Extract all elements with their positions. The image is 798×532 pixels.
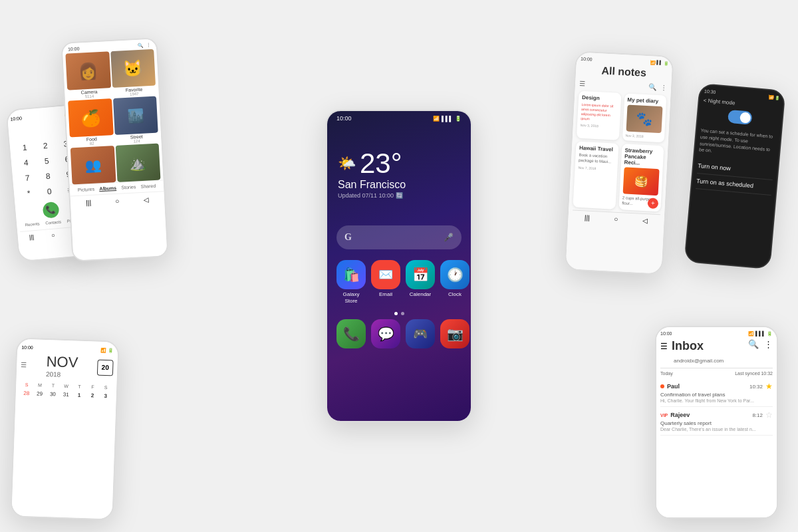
email-search-icon[interactable]: 🔍 <box>748 339 759 349</box>
note-card-pancake[interactable]: Strawberry Pancake Reci... 🥞 2 cups all-… <box>618 144 664 211</box>
cal-29[interactable]: 29 <box>33 388 46 399</box>
gallery-phone: 10:00 🔍 ⋮ 👩 Camera 5114 🐱 Favorite 1947 … <box>61 37 168 261</box>
email-paul-time: 10:32 <box>749 384 763 390</box>
dialer-key-8[interactable]: 8 <box>38 169 58 184</box>
notes-battery: 🔋 <box>664 61 668 65</box>
dialer-key-0[interactable]: 0 <box>39 184 59 199</box>
cal-30[interactable]: 30 <box>46 389 59 400</box>
email-item-paul[interactable]: Paul 10:32 ★ Confirmation of travel plan… <box>660 378 773 407</box>
notes-grid: Design Lorem ipsum dolor sit amet consec… <box>573 91 666 211</box>
app-galaxy-store[interactable]: 🛍️ Galaxy Store <box>336 260 366 304</box>
app-calendar[interactable]: 📅 Calendar <box>406 260 435 304</box>
notes-nav-back[interactable]: ◁ <box>642 217 648 224</box>
notes-search-icon[interactable]: 🔍 <box>648 83 657 91</box>
cal-1[interactable]: 1 <box>72 390 86 400</box>
night-battery: 🔋 <box>775 95 780 100</box>
weather-icon: 🌤️ <box>338 155 356 172</box>
gallery-item-favorite: 🐱 Favorite 1947 <box>110 49 156 97</box>
gallery-search-icon[interactable]: 🔍 <box>138 43 144 49</box>
notes-menu-icon[interactable]: ☰ <box>579 80 586 87</box>
notes-signal: ▌▌ <box>656 61 662 65</box>
calendar-phone: 10:00 📶 🔋 ☰ NOV 2018 20 S M T W T F S 28… <box>10 337 119 520</box>
cal-menu-icon[interactable]: ☰ <box>21 361 27 368</box>
gallery-bottom-home[interactable]: ||| <box>86 199 91 206</box>
dot-2 <box>401 312 404 315</box>
dialer-key-2[interactable]: 2 <box>35 138 55 153</box>
dialer-key-5[interactable]: 5 <box>37 154 57 168</box>
dialer-key-7[interactable]: 7 <box>17 171 37 186</box>
note-card-pet[interactable]: My pet diary 🐾 Nov 3, 2018 <box>622 93 666 142</box>
cal-year: 2018 <box>46 370 78 379</box>
notes-nav-home[interactable]: ||| <box>585 213 590 221</box>
notes-bottom-nav: ||| ○ ◁ <box>572 209 660 225</box>
night-description: You can set a schedule for when to use n… <box>699 127 777 160</box>
call-button[interactable]: 📞 <box>43 201 60 219</box>
email-paul-star[interactable]: ★ <box>765 382 773 391</box>
email-paul-sender: Paul <box>660 383 680 390</box>
gallery-bottom-back[interactable]: ◁ <box>143 196 149 203</box>
dialer-time: 10:00 <box>10 116 22 122</box>
gallery-nav-stories[interactable]: Stories <box>121 184 136 190</box>
gallery-nav-shared[interactable]: Shared <box>140 184 156 190</box>
notes-more-icon[interactable]: ⋮ <box>660 84 668 92</box>
note-card-hawaii[interactable]: Hawaii Travel Book a vacation package to… <box>573 142 618 209</box>
email-more-icon[interactable]: ⋮ <box>764 339 773 349</box>
signal-icon: ▌▌▌ <box>442 116 453 122</box>
night-wifi: 📶 <box>769 94 774 100</box>
gallery-bottom-circle[interactable]: ○ <box>115 198 120 205</box>
email-hamburger-icon[interactable]: ☰ <box>660 342 668 351</box>
dialer-key-1[interactable]: 1 <box>15 140 35 155</box>
cal-2[interactable]: 2 <box>86 390 99 401</box>
gallery-nav-pictures[interactable]: Pictures <box>78 187 95 193</box>
email-inbox-info: ☰ Inbox androidx@gmail.com <box>660 339 724 365</box>
app-clock[interactable]: 🕐 Clock <box>440 260 469 304</box>
dialer-contacts[interactable]: Contacts <box>45 220 61 225</box>
gallery-time: 10:00 <box>68 47 80 53</box>
clock-icon: 🕐 <box>440 260 469 289</box>
note-pancake-image: 🥞 <box>622 167 660 196</box>
email-signal: ▌▌▌ <box>755 331 765 336</box>
gallery-nav-albums[interactable]: Albums <box>99 186 116 192</box>
gallery-item-camera: 👩 Camera 5114 <box>65 51 111 99</box>
night-toggle-switch[interactable] <box>728 110 753 125</box>
notes-nav-circle[interactable]: ○ <box>614 215 618 222</box>
night-mode-phone: 10:30 📶 🔋 < Night mode You can set a sch… <box>684 83 785 269</box>
cal-month: NOV <box>46 353 78 372</box>
cal-31[interactable]: 31 <box>59 390 72 400</box>
note-hawaii-text: Book a vacation package to Maui... <box>579 153 614 165</box>
app-messages[interactable]: 💬 <box>371 319 400 348</box>
app-email[interactable]: ✉️ Email <box>371 260 400 304</box>
notes-wifi: 📶 <box>650 60 655 65</box>
dialer-key-star[interactable]: * <box>19 186 39 200</box>
dialer-nav-back[interactable]: ○ <box>51 231 55 238</box>
app-phone[interactable]: 📞 <box>336 319 366 348</box>
email-time: 10:00 <box>660 331 672 336</box>
email-icon: ✉️ <box>371 260 400 289</box>
email-item-rajeev[interactable]: VIP Rajeev 8:12 ☆ Quarterly sales report… <box>660 407 773 436</box>
cal-3[interactable]: 3 <box>99 391 112 402</box>
note-hawaii-title: Hawaii Travel <box>579 145 615 153</box>
dialer-nav-home[interactable]: ||| <box>29 233 35 241</box>
dialer-key-4[interactable]: 4 <box>16 156 36 170</box>
gallery-item-mountain: ⛰️ <box>115 144 160 182</box>
gallery-thumb-people: 👥 <box>70 146 116 184</box>
email-rajeev-star[interactable]: ☆ <box>765 410 773 420</box>
search-g-logo: G <box>344 232 352 243</box>
gallery-menu-icon[interactable]: ⋮ <box>146 43 151 48</box>
center-status-icons: 📶 ▌▌▌ 🔋 <box>433 116 462 122</box>
search-bar[interactable]: G 🎤 <box>336 225 462 249</box>
calendar-label: Calendar <box>410 291 431 298</box>
camera-app-icon: 📷 <box>440 319 469 348</box>
night-toggle-knob <box>739 112 751 123</box>
cal-28[interactable]: 28 <box>20 388 33 399</box>
night-toggle-row <box>702 107 778 127</box>
email-unread-dot <box>660 384 664 388</box>
dialer-recents[interactable]: Recents <box>25 221 39 227</box>
note-card-design[interactable]: Design Lorem ipsum dolor sit amet consec… <box>577 91 621 140</box>
note-design-text: Lorem ipsum dolor sit amet consectetur a… <box>581 102 617 123</box>
search-mic-icon[interactable]: 🎤 <box>444 233 454 242</box>
cal-header-sun: S <box>20 381 33 389</box>
app-game[interactable]: 🎮 <box>406 319 435 348</box>
email-rajeev-header: VIP Rajeev 8:12 ☆ <box>660 410 773 420</box>
app-camera-btn[interactable]: 📷 <box>440 319 469 348</box>
